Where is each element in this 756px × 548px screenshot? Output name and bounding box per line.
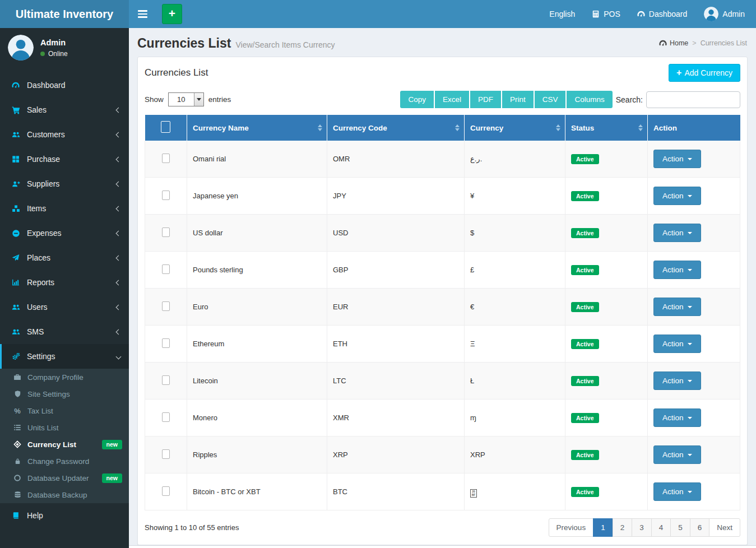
export-copy-button[interactable]: Copy (400, 91, 435, 108)
select-all-checkbox[interactable] (161, 121, 170, 133)
pagination-page-5[interactable]: 5 (670, 518, 690, 537)
book-icon (10, 512, 21, 519)
export-print-button[interactable]: Print (502, 91, 535, 108)
action-dropdown-button[interactable]: Action (653, 261, 701, 279)
column-header-currency-name[interactable]: Currency Name (187, 115, 327, 141)
sidebar-item-sales[interactable]: Sales (0, 97, 129, 122)
database-icon (12, 491, 22, 499)
sidebar-item-settings[interactable]: Settings (0, 344, 129, 369)
entries-label: entries (208, 95, 231, 104)
pagination-next[interactable]: Next (709, 518, 740, 537)
export-csv-button[interactable]: CSV (535, 91, 567, 108)
add-currency-button[interactable]: + Add Currency (669, 64, 740, 82)
sidebar-item-site-settings[interactable]: Site Settings (0, 386, 129, 402)
sidebar-item-places[interactable]: Places (0, 245, 129, 270)
chevron-left-icon (116, 107, 122, 113)
row-checkbox[interactable] (162, 375, 170, 385)
sort-icon[interactable] (638, 124, 643, 131)
table-row: US dollarUSD$ActiveAction (145, 215, 740, 252)
page-size-select[interactable]: 10 (168, 92, 204, 106)
sidebar-toggle-button[interactable] (129, 0, 156, 28)
sort-icon[interactable] (455, 124, 460, 131)
sidebar-item-reports[interactable]: Reports (0, 270, 129, 295)
pagination-page-1[interactable]: 1 (593, 518, 613, 537)
table-footer: Showing 1 to 10 of 55 entries Previous12… (145, 518, 740, 537)
app-window: Ultimate Inventory + English POS Dashboa… (0, 0, 756, 548)
action-dropdown-button[interactable]: Action (653, 187, 701, 205)
pagination: Previous123456Next (549, 518, 740, 537)
sidebar-item-change-password[interactable]: Change Password (0, 453, 129, 470)
column-header-currency[interactable]: Currency (465, 115, 565, 141)
action-dropdown-button[interactable]: Action (653, 482, 701, 501)
export-columns-button[interactable]: Columns (567, 91, 612, 108)
action-dropdown-button[interactable]: Action (653, 224, 701, 242)
search-input[interactable] (646, 91, 740, 108)
sidebar-item-customers[interactable]: Customers (0, 122, 129, 147)
sidebar-item-suppliers[interactable]: Suppliers (0, 171, 129, 196)
nav-dashboard[interactable]: Dashboard (637, 10, 688, 18)
action-button-label: Action (662, 266, 684, 274)
sidebar-item-dashboard[interactable]: Dashboard (0, 73, 129, 97)
export-pdf-button[interactable]: PDF (470, 91, 502, 108)
sidebar-item-label: Purchase (27, 155, 60, 164)
nav-pos[interactable]: POS (592, 10, 620, 18)
quick-add-button[interactable]: + (162, 4, 182, 24)
breadcrumb-home[interactable]: Home (659, 39, 688, 47)
row-checkbox[interactable] (162, 191, 170, 200)
sidebar-item-help[interactable]: Help (0, 503, 129, 528)
action-button-label: Action (662, 414, 684, 422)
status-badge: Active (571, 154, 599, 164)
sidebar-item-items[interactable]: Items (0, 196, 129, 221)
action-button-label: Action (662, 192, 684, 200)
sidebar-item-company-profile[interactable]: Company Profile (0, 369, 129, 386)
action-dropdown-button[interactable]: Action (653, 371, 701, 390)
export-excel-button[interactable]: Excel (435, 91, 470, 108)
row-checkbox[interactable] (162, 264, 170, 274)
brand-title: Ultimate Inventory (16, 8, 113, 21)
panel-header: Currencies List + Add Currency (138, 57, 747, 87)
sidebar-item-tax-list[interactable]: %Tax List (0, 402, 129, 419)
main-content: Currencies ListView/Search Items Currenc… (129, 28, 756, 548)
row-checkbox[interactable] (162, 227, 170, 237)
column-header-status[interactable]: Status (565, 115, 648, 141)
row-checkbox[interactable] (162, 486, 170, 496)
action-dropdown-button[interactable]: Action (653, 408, 701, 427)
currency-symbol-cell: Ξ (465, 326, 565, 363)
sidebar-item-database-backup[interactable]: Database Backup (0, 486, 129, 503)
action-dropdown-button[interactable]: Action (653, 335, 701, 353)
action-dropdown-button[interactable]: Action (653, 150, 701, 168)
row-checkbox[interactable] (162, 449, 170, 459)
pagination-page-6[interactable]: 6 (690, 518, 710, 537)
row-checkbox[interactable] (162, 338, 170, 348)
sidebar-item-label: Help (27, 511, 43, 520)
status-cell: Active (565, 363, 648, 400)
sidebar-item-purchase[interactable]: Purchase (0, 147, 129, 171)
action-cell: Action (648, 215, 740, 252)
sidebar-item-label: Users (27, 303, 48, 312)
brand-logo[interactable]: Ultimate Inventory (0, 0, 129, 28)
pagination-previous[interactable]: Previous (549, 518, 594, 537)
row-checkbox[interactable] (162, 154, 170, 163)
row-checkbox[interactable] (162, 412, 170, 422)
sort-icon[interactable] (318, 124, 322, 131)
column-header-currency-code[interactable]: Currency Code (327, 115, 465, 141)
status-cell: Active (565, 178, 648, 215)
sort-icon[interactable] (556, 124, 560, 131)
sidebar-subitem-label: Site Settings (27, 390, 70, 398)
sidebar-item-users[interactable]: Users (0, 295, 129, 319)
sidebar-item-database-updater[interactable]: Database Updaternew (0, 470, 129, 486)
nav-language[interactable]: English (549, 10, 575, 18)
action-dropdown-button[interactable]: Action (653, 298, 701, 316)
action-dropdown-button[interactable]: Action (653, 445, 701, 464)
speedometer-icon (637, 10, 645, 18)
pagination-page-4[interactable]: 4 (651, 518, 671, 537)
sidebar-subitem-label: Database Backup (27, 491, 87, 499)
pagination-page-3[interactable]: 3 (632, 518, 652, 537)
sidebar-item-sms[interactable]: SMS (0, 319, 129, 344)
nav-user-menu[interactable]: Admin (704, 7, 745, 21)
sidebar-item-currency-list[interactable]: Currency Listnew (0, 436, 129, 453)
sidebar-item-units-list[interactable]: Units List (0, 419, 129, 436)
pagination-page-2[interactable]: 2 (613, 518, 633, 537)
sidebar-item-expenses[interactable]: Expenses (0, 221, 129, 245)
row-checkbox[interactable] (162, 301, 170, 311)
